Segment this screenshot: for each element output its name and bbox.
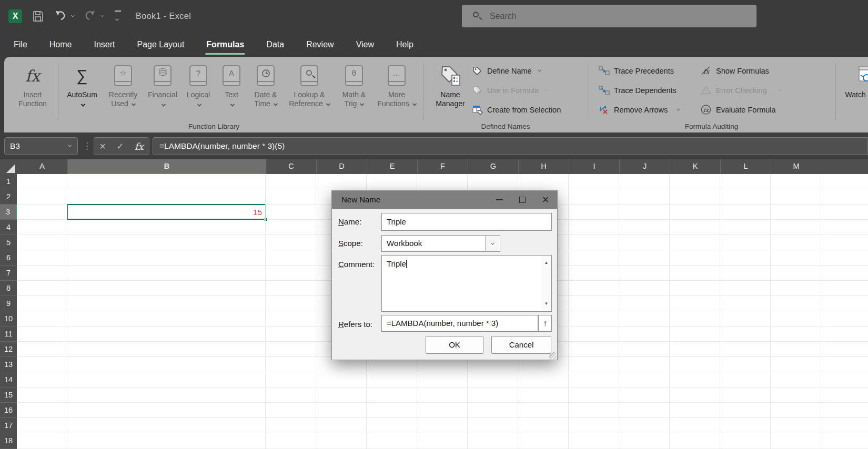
row-header-14[interactable]: 14 <box>0 372 17 387</box>
date-time-button[interactable]: Date & Time <box>247 61 284 125</box>
evaluate-formula-button[interactable]: fx Evaluate Formula <box>701 100 816 119</box>
dialog-title: New Name <box>341 191 380 209</box>
create-from-selection-button[interactable]: Create from Selection <box>472 100 586 119</box>
row-header-13[interactable]: 13 <box>0 357 17 372</box>
show-formulas-label: Show Formulas <box>716 67 769 75</box>
lookup-reference-button[interactable]: Lookup & Reference <box>285 61 334 125</box>
insert-function-icon: fx <box>25 67 40 85</box>
comment-field[interactable]: Triple ▲ ▼ <box>381 255 552 312</box>
scroll-down-icon[interactable]: ▼ <box>542 299 551 309</box>
recently-used-button[interactable]: ☆ Recently Used <box>103 61 143 125</box>
excel-logo-icon[interactable]: X <box>8 9 22 23</box>
watch-window-button[interactable]: Watch Window <box>841 61 868 125</box>
column-header-J[interactable]: J <box>619 159 670 174</box>
save-icon[interactable] <box>32 10 44 23</box>
insert-function-fx-icon[interactable]: fx <box>135 141 144 152</box>
row-header-17[interactable]: 17 <box>0 418 17 433</box>
tab-review[interactable]: Review <box>305 38 335 52</box>
customize-quick-access-toolbar-icon[interactable] <box>115 11 121 23</box>
enter-entry-icon[interactable]: ✓ <box>116 141 124 152</box>
undo-button[interactable] <box>54 10 67 23</box>
undo-dropdown-chevron-icon[interactable] <box>71 14 75 17</box>
row-header-15[interactable]: 15 <box>0 387 17 403</box>
column-header-A[interactable]: A <box>17 159 67 174</box>
selected-cell-B3[interactable]: 15 <box>67 204 266 220</box>
tab-page-layout[interactable]: Page Layout <box>136 38 185 52</box>
row-header-11[interactable]: 11 <box>0 326 17 342</box>
formula-bar-separator[interactable]: ⋮ <box>83 137 91 155</box>
row-header-1[interactable]: 1 <box>0 174 17 189</box>
row-header-10[interactable]: 10 <box>0 311 17 326</box>
column-header-B[interactable]: B <box>67 159 266 174</box>
gridline <box>821 174 821 449</box>
refers-to-field[interactable]: =LAMBDA(number, number * 3) <box>381 315 538 332</box>
tab-formulas[interactable]: Formulas <box>205 38 245 52</box>
dialog-minimize-button[interactable] <box>488 191 511 209</box>
row-header-6[interactable]: 6 <box>0 250 17 266</box>
lookup-reference-label: Lookup & Reference <box>289 90 325 108</box>
row-header-4[interactable]: 4 <box>0 220 17 235</box>
row-header-2[interactable]: 2 <box>0 189 17 205</box>
column-header-G[interactable]: G <box>468 159 518 174</box>
tab-insert[interactable]: Insert <box>93 38 116 52</box>
ok-button[interactable]: OK <box>426 336 483 354</box>
row-header-18[interactable]: 18 <box>0 433 17 448</box>
column-header-K[interactable]: K <box>670 159 720 174</box>
column-header-M[interactable]: M <box>771 159 821 174</box>
close-icon: × <box>542 191 549 209</box>
scope-dropdown-button[interactable] <box>485 236 499 251</box>
column-header-F[interactable]: F <box>417 159 468 174</box>
row-header-9[interactable]: 9 <box>0 296 17 311</box>
name-box-dropdown-chevron-icon[interactable] <box>68 144 72 147</box>
scroll-up-icon[interactable]: ▲ <box>542 258 551 268</box>
row-header-3[interactable]: 3 <box>0 205 17 220</box>
select-all-corner[interactable] <box>0 159 17 174</box>
column-header-L[interactable]: L <box>720 159 771 174</box>
row-header-7[interactable]: 7 <box>0 266 17 281</box>
name-field[interactable]: Triple <box>381 213 552 231</box>
cancel-entry-icon[interactable]: × <box>99 140 106 152</box>
autosum-button[interactable]: ∑ AutoSum <box>63 61 101 125</box>
column-header-H[interactable]: H <box>518 159 569 174</box>
row-header-16[interactable]: 16 <box>0 403 17 418</box>
dialog-title-bar[interactable]: New Name × <box>332 191 557 209</box>
search-box[interactable]: Search <box>462 5 756 27</box>
math-trig-button[interactable]: θ Math & Trig <box>336 61 372 125</box>
tab-data[interactable]: Data <box>265 38 285 52</box>
name-manager-button[interactable]: Name Manager <box>429 61 471 125</box>
date-time-label: Date & Time <box>254 90 277 108</box>
scope-dropdown[interactable]: Workbook <box>381 235 500 252</box>
column-header-I[interactable]: I <box>569 159 619 174</box>
tab-help[interactable]: Help <box>395 38 415 52</box>
column-header-D[interactable]: D <box>316 159 367 174</box>
name-box[interactable]: B3 <box>4 137 78 155</box>
column-header-E[interactable]: E <box>367 159 417 174</box>
comment-scrollbar[interactable]: ▲ ▼ <box>542 256 551 311</box>
insert-function-button[interactable]: fx Insert Function <box>11 61 55 125</box>
name-field-label: Name: <box>338 217 361 226</box>
define-name-button[interactable]: Define Name <box>472 61 586 80</box>
dialog-close-button[interactable]: × <box>534 191 557 209</box>
show-formulas-button[interactable]: fx Show Formulas <box>701 61 816 80</box>
evaluate-formula-icon: fx <box>701 105 712 115</box>
collapse-dialog-button[interactable]: ↑ <box>538 315 552 332</box>
tab-file[interactable]: File <box>13 38 28 52</box>
trace-dependents-button[interactable]: Trace Dependents <box>599 80 704 100</box>
name-manager-icon <box>439 65 461 87</box>
logical-button[interactable]: ? Logical <box>182 61 215 125</box>
remove-arrows-button[interactable]: Remove Arrows <box>599 100 704 119</box>
row-header-5[interactable]: 5 <box>0 235 17 250</box>
row-header-12[interactable]: 12 <box>0 342 17 357</box>
dialog-maximize-button[interactable] <box>511 191 534 209</box>
tab-view[interactable]: View <box>355 38 375 52</box>
column-header-C[interactable]: C <box>266 159 316 174</box>
cancel-button[interactable]: Cancel <box>491 336 551 354</box>
text-button[interactable]: A Text <box>217 61 246 125</box>
dialog-resize-grip[interactable] <box>549 352 557 359</box>
financial-button[interactable]: Financial <box>144 61 181 125</box>
more-functions-button[interactable]: … More Functions <box>375 61 419 125</box>
tab-home[interactable]: Home <box>48 38 73 52</box>
trace-precedents-button[interactable]: Trace Precedents <box>599 61 704 80</box>
formula-input[interactable]: =LAMBDA(number, number * 3)(5) <box>153 137 868 155</box>
row-header-8[interactable]: 8 <box>0 281 17 296</box>
